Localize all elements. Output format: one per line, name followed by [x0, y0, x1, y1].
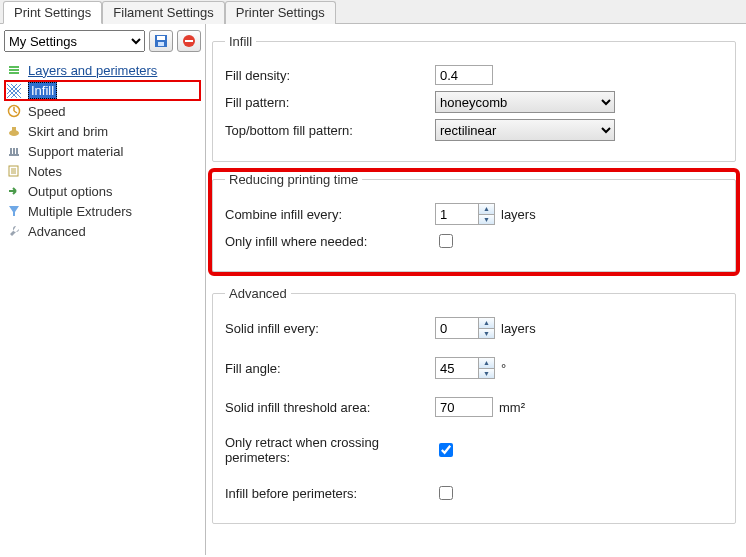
only-retract-checkbox[interactable]	[439, 443, 453, 457]
solid-infill-every-spinner[interactable]: ▲▼	[435, 317, 495, 339]
solid-infill-every-unit: layers	[501, 321, 536, 336]
threshold-area-input[interactable]	[435, 397, 493, 417]
tab-print-settings[interactable]: Print Settings	[3, 1, 102, 24]
infill-before-perimeters-checkbox[interactable]	[439, 486, 453, 500]
infill-before-perimeters-label: Infill before perimeters:	[225, 486, 435, 501]
sidebar-item-support[interactable]: Support material	[4, 141, 201, 161]
svg-rect-1	[157, 36, 165, 40]
combine-infill-unit: layers	[501, 207, 536, 222]
delete-preset-button[interactable]	[177, 30, 201, 52]
minus-circle-icon	[181, 33, 197, 49]
sidebar-item-label: Multiple Extruders	[28, 204, 132, 219]
sidebar-item-label: Layers and perimeters	[28, 63, 157, 78]
svg-rect-12	[9, 154, 19, 156]
fill-angle-input[interactable]	[436, 358, 478, 378]
advanced-group: Advanced Solid infill every: ▲▼ layers F…	[212, 286, 736, 524]
top-bottom-pattern-label: Top/bottom fill pattern:	[225, 123, 435, 138]
fill-density-label: Fill density:	[225, 68, 435, 83]
arrow-right-icon	[6, 183, 22, 199]
fill-density-input[interactable]	[435, 65, 493, 85]
group-legend: Infill	[225, 34, 256, 49]
spinner-up-icon[interactable]: ▲	[479, 318, 494, 329]
preset-row: My Settings	[4, 30, 201, 52]
fill-pattern-select[interactable]: honeycomb	[435, 91, 615, 113]
top-bottom-pattern-select[interactable]: rectilinear	[435, 119, 615, 141]
preset-select[interactable]: My Settings	[4, 30, 145, 52]
sidebar: My Settings Layers and perimeters Infill	[0, 24, 206, 555]
only-infill-needed-label: Only infill where needed:	[225, 234, 435, 249]
reducing-time-group: Reducing printing time Combine infill ev…	[212, 172, 736, 272]
svg-rect-15	[16, 148, 18, 154]
combine-infill-spinner[interactable]: ▲▼	[435, 203, 495, 225]
sidebar-item-speed[interactable]: Speed	[4, 101, 201, 121]
svg-rect-13	[10, 148, 12, 154]
sidebar-item-label: Notes	[28, 164, 62, 179]
infill-icon	[6, 83, 22, 99]
wrench-icon	[6, 223, 22, 239]
solid-infill-every-label: Solid infill every:	[225, 321, 435, 336]
sidebar-item-skirt-brim[interactable]: Skirt and brim	[4, 121, 201, 141]
spinner-up-icon[interactable]: ▲	[479, 358, 494, 369]
sidebar-item-notes[interactable]: Notes	[4, 161, 201, 181]
fill-angle-unit: °	[501, 361, 506, 376]
sidebar-item-advanced[interactable]: Advanced	[4, 221, 201, 241]
sidebar-item-output[interactable]: Output options	[4, 181, 201, 201]
fill-angle-label: Fill angle:	[225, 361, 435, 376]
skirt-icon	[6, 123, 22, 139]
fill-pattern-label: Fill pattern:	[225, 95, 435, 110]
sidebar-item-label: Speed	[28, 104, 66, 119]
fill-angle-spinner[interactable]: ▲▼	[435, 357, 495, 379]
sidebar-item-label: Skirt and brim	[28, 124, 108, 139]
spinner-down-icon[interactable]: ▼	[479, 215, 494, 225]
funnel-icon	[6, 203, 22, 219]
svg-rect-14	[13, 148, 15, 154]
nav-list: Layers and perimeters Infill Speed Skirt…	[4, 60, 201, 241]
sidebar-item-label: Support material	[28, 144, 123, 159]
svg-rect-2	[158, 42, 164, 46]
only-retract-label: Only retract when crossing perimeters:	[225, 435, 435, 465]
top-tabs: Print Settings Filament Settings Printer…	[0, 0, 746, 24]
spinner-down-icon[interactable]: ▼	[479, 369, 494, 379]
content-panel: Infill Fill density: Fill pattern: honey…	[206, 24, 746, 555]
support-icon	[6, 143, 22, 159]
tab-printer-settings[interactable]: Printer Settings	[225, 1, 336, 24]
notes-icon	[6, 163, 22, 179]
spinner-up-icon[interactable]: ▲	[479, 204, 494, 215]
sidebar-item-label: Advanced	[28, 224, 86, 239]
sidebar-item-label: Output options	[28, 184, 113, 199]
svg-rect-6	[9, 69, 19, 71]
tab-filament-settings[interactable]: Filament Settings	[102, 1, 224, 24]
sidebar-item-layers[interactable]: Layers and perimeters	[4, 60, 201, 80]
combine-infill-label: Combine infill every:	[225, 207, 435, 222]
floppy-icon	[153, 33, 169, 49]
solid-infill-every-input[interactable]	[436, 318, 478, 338]
threshold-area-label: Solid infill threshold area:	[225, 400, 435, 415]
sidebar-item-multiple-extruders[interactable]: Multiple Extruders	[4, 201, 201, 221]
threshold-area-unit: mm²	[499, 400, 525, 415]
group-legend: Reducing printing time	[225, 172, 362, 187]
clock-icon	[6, 103, 22, 119]
svg-rect-5	[9, 66, 19, 68]
group-legend: Advanced	[225, 286, 291, 301]
spinner-down-icon[interactable]: ▼	[479, 329, 494, 339]
only-infill-needed-checkbox[interactable]	[439, 234, 453, 248]
layers-icon	[6, 62, 22, 78]
sidebar-item-label: Infill	[28, 82, 57, 99]
sidebar-item-infill[interactable]: Infill	[4, 80, 201, 101]
infill-group: Infill Fill density: Fill pattern: honey…	[212, 34, 736, 162]
svg-rect-7	[9, 72, 19, 74]
svg-rect-11	[12, 127, 16, 132]
svg-rect-4	[185, 40, 193, 42]
combine-infill-input[interactable]	[436, 204, 478, 224]
save-preset-button[interactable]	[149, 30, 173, 52]
